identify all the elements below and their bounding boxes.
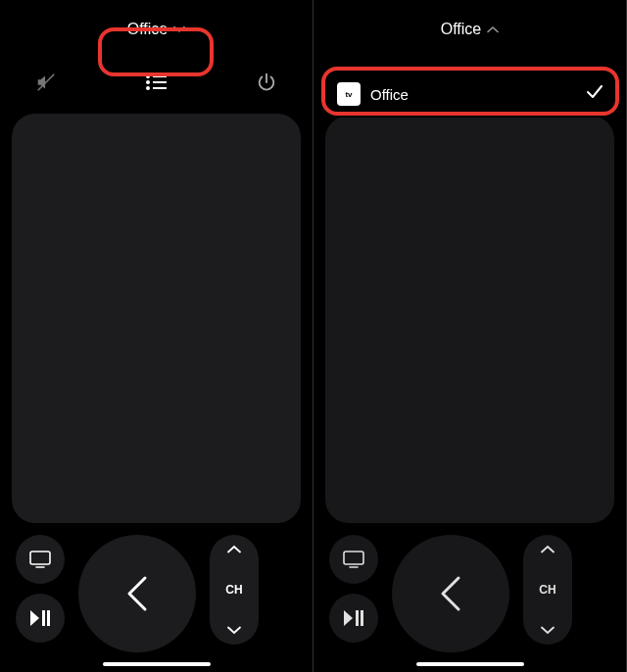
svg-rect-4 (153, 81, 167, 83)
header: Office (0, 0, 313, 59)
svg-rect-10 (47, 610, 50, 626)
dropdown-item-office[interactable]: tv Office (327, 74, 612, 114)
device-name: Office (127, 21, 169, 38)
device-dropdown: tv Office (323, 71, 616, 118)
channel-up-button[interactable] (227, 545, 241, 553)
check-icon (587, 85, 603, 103)
phone-right: Office tv Office (314, 0, 627, 672)
chevron-up-icon (487, 25, 499, 33)
left-buttons (16, 535, 65, 643)
device-selector[interactable]: Office (429, 15, 511, 44)
chevron-down-icon (173, 25, 185, 33)
back-button[interactable] (78, 535, 196, 652)
play-pause-button[interactable] (16, 594, 65, 643)
toolbar (0, 59, 313, 106)
channel-label: CH (225, 583, 242, 597)
tv-button[interactable] (16, 535, 65, 584)
svg-point-1 (146, 74, 150, 78)
channel-down-button[interactable] (227, 626, 241, 635)
dropdown-item-label: Office (370, 86, 577, 103)
svg-rect-7 (30, 552, 50, 564)
svg-rect-2 (153, 75, 167, 77)
dropdown-overlay[interactable] (314, 65, 626, 672)
svg-point-3 (146, 80, 150, 84)
home-indicator[interactable] (416, 662, 524, 666)
header: Office (314, 0, 626, 59)
list-button[interactable] (140, 66, 173, 99)
device-name: Office (441, 21, 482, 38)
touchpad[interactable] (12, 114, 301, 523)
bottom-controls: CH (0, 535, 313, 672)
svg-point-5 (146, 86, 150, 90)
power-button[interactable] (250, 66, 283, 99)
home-indicator[interactable] (103, 662, 211, 666)
svg-rect-9 (42, 610, 45, 626)
phone-left: Office (0, 0, 314, 672)
svg-rect-6 (153, 87, 167, 89)
channel-rocker: CH (210, 535, 259, 645)
mute-button[interactable] (29, 66, 63, 99)
device-selector[interactable]: Office (116, 15, 198, 44)
appletv-icon: tv (337, 82, 361, 106)
